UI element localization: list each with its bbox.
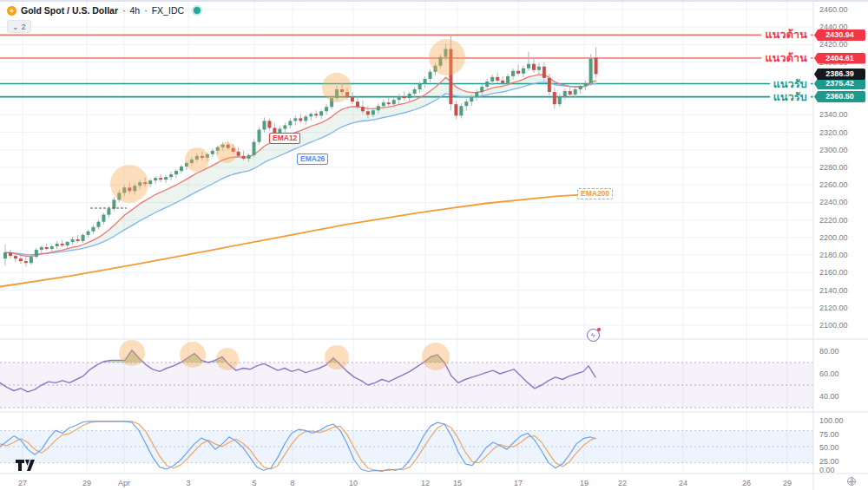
- candle-body: [40, 247, 43, 250]
- candle-body: [112, 199, 115, 208]
- symbol-legend[interactable]: Gold Spot / U.S. Dollar · 4h · FX_IDC: [7, 5, 201, 16]
- resistance-price-tag: 2430.94: [814, 29, 865, 41]
- resistance-label[interactable]: แนวต้าน: [761, 28, 811, 42]
- candle-body: [361, 107, 365, 111]
- tradingview-logo[interactable]: [16, 459, 36, 472]
- candle-body: [30, 257, 33, 263]
- price-axis-tick: 2200.00: [819, 233, 848, 242]
- trading-chart-window: 2460.002440.002420.002400.002380.002360.…: [0, 0, 868, 490]
- price-axis-tick: 2420.00: [819, 40, 848, 49]
- candle-body: [314, 114, 318, 115]
- candle-body: [569, 91, 572, 95]
- candle-body: [464, 101, 468, 106]
- stoch-axis-tick: 75.00: [819, 430, 839, 439]
- candle-body: [548, 78, 551, 92]
- candle-body: [522, 69, 525, 74]
- candle-body: [584, 83, 588, 86]
- time-axis-tick[interactable]: 29: [783, 479, 792, 487]
- candle-body: [309, 114, 312, 116]
- candle-body: [164, 177, 168, 180]
- candle-body: [356, 101, 359, 107]
- rsi-axis-tick: 60.00: [819, 369, 839, 378]
- highlight-circle: [325, 345, 349, 369]
- symbol-title[interactable]: Gold Spot / U.S. Dollar: [21, 5, 118, 16]
- visibility-dot-icon[interactable]: [194, 7, 201, 14]
- ema12-label[interactable]: EMA12: [269, 133, 300, 144]
- price-axis-tick: 2340.00: [819, 110, 848, 119]
- time-axis-tick[interactable]: 27: [18, 479, 27, 487]
- chart-canvas[interactable]: [0, 0, 868, 490]
- price-axis-tick: 2460.00: [819, 5, 848, 14]
- time-axis-tick[interactable]: 29: [82, 479, 91, 487]
- candle-body: [24, 261, 28, 263]
- candle-body: [87, 232, 90, 235]
- indicators-count: 2: [22, 23, 26, 31]
- candle-body: [61, 244, 64, 245]
- candle-body: [159, 178, 162, 180]
- candle-body: [174, 171, 178, 174]
- highlight-circle: [429, 39, 465, 75]
- candle-body: [9, 252, 12, 256]
- highlight-circle: [216, 142, 237, 163]
- symbol-exchange: FX_IDC: [152, 5, 184, 16]
- time-axis-tick[interactable]: 22: [618, 479, 627, 487]
- price-axis-tick: 2120.00: [819, 304, 848, 312]
- time-axis-tick[interactable]: 15: [453, 479, 462, 487]
- time-axis-tick[interactable]: 17: [514, 479, 523, 487]
- price-axis-tick: 2140.00: [819, 286, 848, 295]
- candle-body: [19, 258, 23, 261]
- candle-body: [56, 244, 59, 246]
- candle-body: [480, 87, 483, 92]
- time-axis-tick[interactable]: 10: [349, 479, 358, 487]
- candle-body: [454, 104, 457, 115]
- candle-body: [563, 91, 567, 96]
- candle-body: [82, 235, 85, 241]
- candle-body: [242, 156, 246, 159]
- candle-body: [319, 111, 323, 115]
- price-axis-tick: 2240.00: [819, 198, 848, 206]
- candle-body: [496, 77, 499, 81]
- time-axis-tick[interactable]: 24: [679, 479, 687, 487]
- stoch-axis-tick: 0.00: [819, 466, 835, 474]
- stoch-axis-tick: 100.00: [819, 416, 844, 425]
- support-label[interactable]: แนวรับ: [770, 77, 811, 91]
- candle-body: [470, 97, 473, 101]
- candle-body: [351, 97, 354, 101]
- price-axis-tick: 2300.00: [819, 146, 848, 154]
- time-axis-tick[interactable]: 19: [580, 479, 589, 487]
- candle-body: [372, 110, 375, 114]
- time-axis-tick[interactable]: 3: [186, 479, 190, 487]
- price-axis-tick: 2320.00: [819, 128, 848, 137]
- candle-body: [299, 118, 302, 121]
- candle-body: [35, 250, 38, 257]
- resistance-label[interactable]: แนวต้าน: [761, 51, 811, 65]
- time-axis-tick[interactable]: 26: [742, 479, 751, 487]
- price-axis-tick: 2100.00: [819, 321, 848, 330]
- time-axis-tick[interactable]: 12: [421, 479, 430, 487]
- candle-body: [304, 116, 307, 121]
- support-label[interactable]: แนวรับ: [770, 90, 811, 104]
- indicators-collapse-chip[interactable]: ⌄ 2: [7, 20, 31, 33]
- chevron-down-icon: ⌄: [12, 23, 19, 31]
- ema26-label[interactable]: EMA26: [297, 154, 328, 165]
- indicator-refresh-icon[interactable]: ϟ: [587, 329, 600, 342]
- time-axis-tick[interactable]: 8: [290, 479, 294, 487]
- candle-body: [574, 89, 577, 95]
- candle-body: [485, 82, 489, 87]
- symbol-interval[interactable]: 4h: [130, 5, 141, 16]
- price-axis-tick: 2280.00: [819, 163, 848, 172]
- time-axis-tick[interactable]: 5: [252, 479, 256, 487]
- ema200-label[interactable]: EMA200: [577, 188, 613, 199]
- candle-body: [267, 121, 271, 127]
- candle-body: [288, 121, 292, 125]
- candle-body: [169, 174, 173, 177]
- timezone-globe-icon[interactable]: [847, 477, 856, 486]
- candle-body: [50, 246, 54, 249]
- candle-body: [102, 215, 105, 222]
- candle-body: [403, 96, 406, 98]
- time-axis-tick[interactable]: Apr: [118, 479, 130, 487]
- gold-coin-icon: [7, 6, 16, 16]
- last-price-tag: 2386.39: [814, 69, 865, 80]
- lightning-icon: ϟ: [591, 331, 595, 340]
- candle-body: [532, 64, 536, 70]
